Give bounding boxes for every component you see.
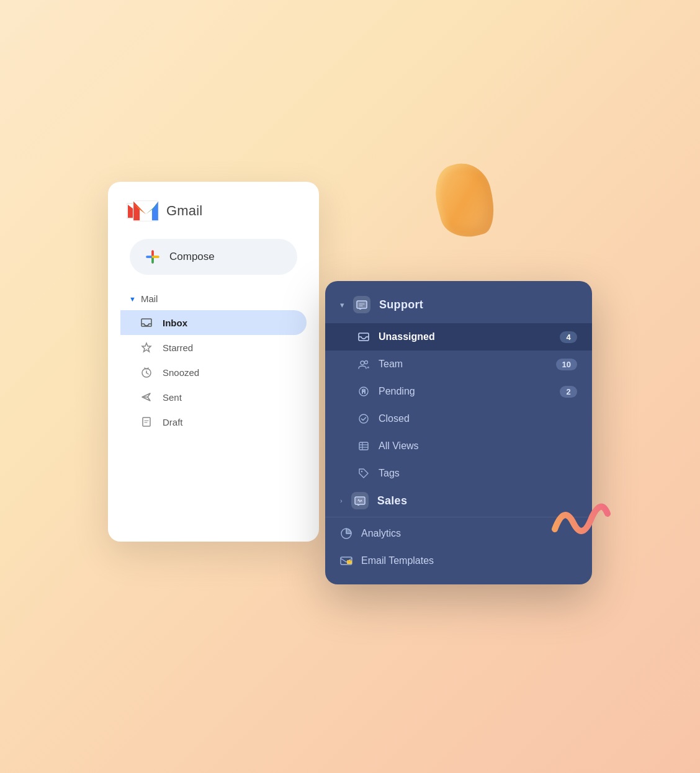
all-views-icon [357,440,370,452]
snoozed-label: Snoozed [163,367,199,378]
svg-point-34 [361,471,362,472]
svg-point-22 [361,361,364,365]
gmail-header: Gmail [120,200,307,221]
svg-rect-16 [143,418,150,426]
main-scene: Gmail Compose ▼ Mail [108,107,592,666]
svg-marker-9 [142,343,151,352]
email-templates-label: Email Templates [361,555,434,566]
compose-plus-icon [145,249,161,265]
team-label: Team [379,359,403,370]
svg-rect-8 [141,319,151,326]
mail-section-label: Mail [141,293,158,304]
sidebar-item-inbox[interactable]: Inbox [120,310,307,335]
support-chevron-icon: ▾ [340,300,344,310]
unassigned-label: Unassigned [379,331,435,342]
panel-item-email-templates[interactable]: Email Templates [325,547,592,574]
star-icon [140,341,153,354]
team-badge: 10 [556,359,577,370]
sidebar-item-sent[interactable]: Sent [120,385,307,409]
decorative-blob-top [428,157,501,243]
gmail-card: Gmail Compose ▼ Mail [108,182,319,542]
panel-item-all-views[interactable]: All Views [325,432,592,460]
starred-label: Starred [163,342,193,353]
tags-icon [357,467,370,480]
sidebar-item-snoozed[interactable]: Snoozed [120,360,307,385]
compose-button[interactable]: Compose [130,239,297,275]
unassigned-icon [357,331,370,343]
sales-chevron-icon: › [340,497,343,504]
pending-badge: 2 [560,386,577,398]
svg-line-12 [146,373,148,374]
panel-item-closed[interactable]: Closed [325,405,592,432]
email-templates-icon [340,555,352,567]
analytics-label: Analytics [361,528,401,539]
panel-item-pending[interactable]: Pending 2 [325,378,592,405]
inbox-icon [140,316,153,329]
pending-label: Pending [379,386,415,397]
sent-label: Sent [163,392,182,403]
svg-point-23 [365,361,368,364]
svg-rect-30 [359,442,368,450]
draft-label: Draft [163,417,183,427]
panel-item-team[interactable]: Team 10 [325,351,592,378]
closed-label: Closed [379,413,410,424]
sidebar-item-draft[interactable]: Draft [120,409,307,434]
support-section-icon [353,296,370,313]
clock-icon [140,366,153,378]
inbox-label: Inbox [163,318,187,328]
mail-section[interactable]: ▼ Mail [120,290,307,310]
compose-label: Compose [169,251,215,263]
support-section-header[interactable]: ▾ Support [325,286,592,323]
decorative-squiggle [549,492,611,542]
support-section-label: Support [379,298,423,311]
sales-section-label: Sales [377,494,408,507]
unassigned-badge: 4 [560,331,577,343]
tags-label: Tags [379,468,400,479]
team-icon [357,358,370,370]
gmail-logo-m [133,200,159,221]
closed-icon [357,413,370,425]
sidebar-item-starred[interactable]: Starred [120,335,307,360]
panel-item-unassigned[interactable]: Unassigned 4 [325,323,592,351]
mail-chevron-icon: ▼ [129,295,136,303]
pending-icon [357,385,370,398]
all-views-label: All Views [379,440,419,452]
panel-item-tags[interactable]: Tags [325,460,592,487]
send-icon [140,391,153,403]
sales-section-icon [351,492,369,509]
draft-icon [140,416,153,428]
analytics-icon [340,527,352,540]
gmail-title: Gmail [166,203,202,219]
svg-point-29 [359,414,368,423]
